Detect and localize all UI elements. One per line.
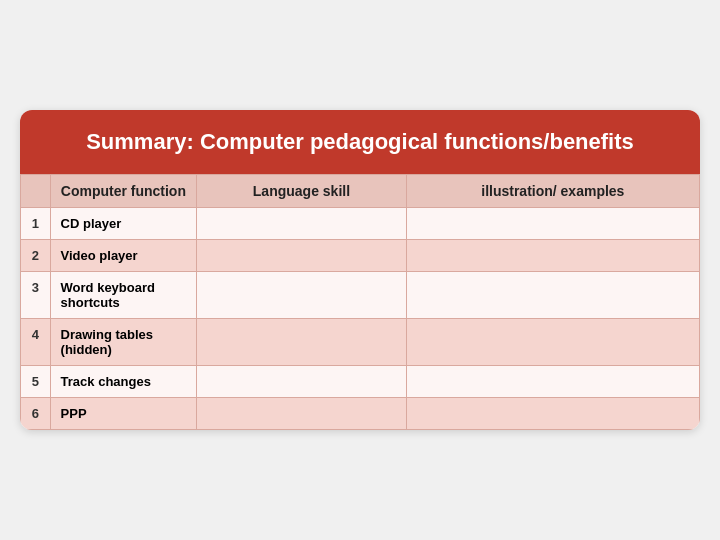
row-language bbox=[197, 366, 406, 398]
row-number: 6 bbox=[21, 398, 51, 430]
row-number: 2 bbox=[21, 240, 51, 272]
row-language bbox=[197, 319, 406, 366]
row-language bbox=[197, 208, 406, 240]
table-title: Summary: Computer pedagogical functions/… bbox=[20, 110, 700, 175]
row-language bbox=[197, 398, 406, 430]
row-number: 1 bbox=[21, 208, 51, 240]
row-function: Video player bbox=[50, 240, 197, 272]
row-illustration bbox=[406, 319, 699, 366]
row-illustration bbox=[406, 398, 699, 430]
table-row: 5Track changes bbox=[21, 366, 700, 398]
row-language bbox=[197, 240, 406, 272]
table-row: 3Word keyboard shortcuts bbox=[21, 272, 700, 319]
row-number: 4 bbox=[21, 319, 51, 366]
table-row: 6PPP bbox=[21, 398, 700, 430]
row-function: Word keyboard shortcuts bbox=[50, 272, 197, 319]
row-function: PPP bbox=[50, 398, 197, 430]
row-illustration bbox=[406, 240, 699, 272]
table-row: 1CD player bbox=[21, 208, 700, 240]
row-number: 3 bbox=[21, 272, 51, 319]
header-number bbox=[21, 175, 51, 208]
header-language-skill: Language skill bbox=[197, 175, 406, 208]
row-function: CD player bbox=[50, 208, 197, 240]
summary-table: Computer function Language skill illustr… bbox=[20, 174, 700, 430]
row-language bbox=[197, 272, 406, 319]
summary-card: Summary: Computer pedagogical functions/… bbox=[20, 110, 700, 431]
row-illustration bbox=[406, 366, 699, 398]
row-number: 5 bbox=[21, 366, 51, 398]
header-illustration: illustration/ examples bbox=[406, 175, 699, 208]
row-function: Drawing tables (hidden) bbox=[50, 319, 197, 366]
row-illustration bbox=[406, 208, 699, 240]
row-illustration bbox=[406, 272, 699, 319]
table-row: 4Drawing tables (hidden) bbox=[21, 319, 700, 366]
header-computer-function: Computer function bbox=[50, 175, 197, 208]
row-function: Track changes bbox=[50, 366, 197, 398]
table-row: 2Video player bbox=[21, 240, 700, 272]
